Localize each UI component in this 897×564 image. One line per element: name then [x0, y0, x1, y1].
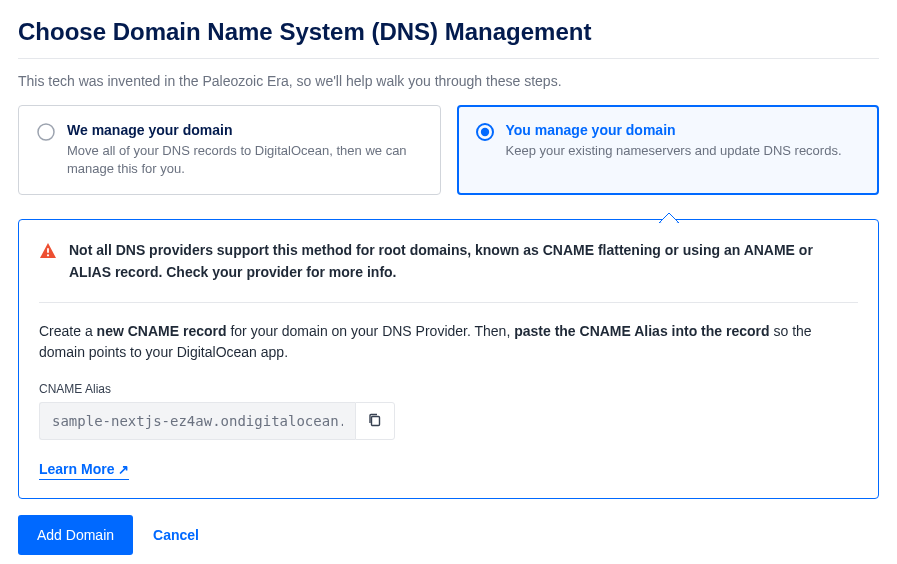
- instruction-b1: new CNAME record: [97, 323, 227, 339]
- svg-rect-5: [47, 248, 49, 253]
- option-we-manage-desc: Move all of your DNS records to DigitalO…: [67, 142, 422, 178]
- cname-row: [39, 402, 858, 440]
- alert-text: Not all DNS providers support this metho…: [69, 240, 858, 283]
- option-you-manage[interactable]: You manage your domain Keep your existin…: [457, 105, 880, 195]
- add-domain-button[interactable]: Add Domain: [18, 515, 133, 555]
- svg-point-0: [38, 124, 54, 140]
- svg-rect-7: [372, 416, 380, 425]
- alert: Not all DNS providers support this metho…: [39, 240, 858, 302]
- detail-panel: Not all DNS providers support this metho…: [18, 219, 879, 499]
- option-we-manage[interactable]: We manage your domain Move all of your D…: [18, 105, 441, 195]
- learn-more-text: Learn More: [39, 461, 114, 477]
- warning-icon: [39, 242, 57, 260]
- instruction-text: Create a new CNAME record for your domai…: [39, 321, 858, 364]
- svg-point-2: [480, 128, 488, 136]
- page-title: Choose Domain Name System (DNS) Manageme…: [18, 18, 879, 46]
- option-you-manage-desc: Keep your existing nameservers and updat…: [506, 142, 842, 160]
- cancel-button[interactable]: Cancel: [153, 527, 199, 543]
- instruction-mid: for your domain on your DNS Provider. Th…: [227, 323, 515, 339]
- dns-options: We manage your domain Move all of your D…: [18, 105, 879, 195]
- instruction-pre: Create a: [39, 323, 97, 339]
- svg-point-6: [47, 255, 49, 257]
- radio-selected-icon: [476, 123, 494, 141]
- external-link-icon: ↗: [118, 462, 129, 477]
- cname-label: CNAME Alias: [39, 382, 858, 396]
- radio-unselected-icon: [37, 123, 55, 141]
- page-subtitle: This tech was invented in the Paleozoic …: [18, 73, 879, 89]
- option-we-manage-title: We manage your domain: [67, 122, 422, 138]
- instruction-b2: paste the CNAME Alias into the record: [514, 323, 769, 339]
- button-row: Add Domain Cancel: [18, 515, 879, 555]
- panel-arrow-icon: [659, 209, 679, 219]
- title-divider: [18, 58, 879, 59]
- copy-icon: [367, 412, 383, 431]
- cname-input[interactable]: [39, 402, 355, 440]
- learn-more-link[interactable]: Learn More ↗: [39, 461, 129, 480]
- option-you-manage-title: You manage your domain: [506, 122, 842, 138]
- copy-button[interactable]: [355, 402, 395, 440]
- detail-panel-wrapper: Not all DNS providers support this metho…: [18, 219, 879, 499]
